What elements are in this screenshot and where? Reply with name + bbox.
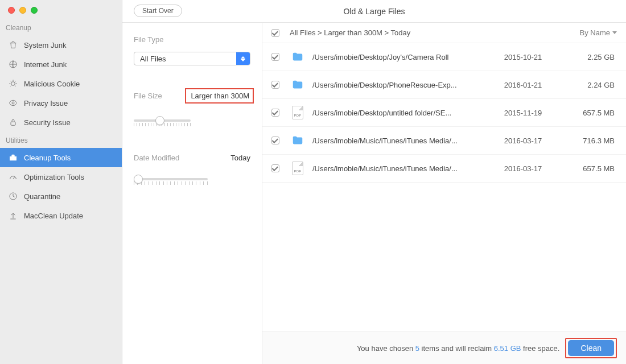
- sidebar-item-label: Quarantine: [24, 192, 60, 201]
- chevron-down-icon: [612, 31, 617, 34]
- file-size-value: Larger than 300M: [185, 88, 254, 104]
- pdf-icon: [290, 106, 306, 119]
- globe-icon: [8, 59, 18, 69]
- upload-icon: [8, 210, 18, 221]
- sidebar-item-label: Security Issue: [24, 118, 71, 127]
- gauge-icon: [8, 172, 18, 182]
- chevron-updown-icon: [236, 52, 250, 65]
- minimize-icon[interactable]: [19, 7, 26, 14]
- file-type-label: File Type: [134, 35, 250, 44]
- sidebar-item-label: Optimization Tools: [24, 173, 84, 181]
- sidebar-item-quarantine[interactable]: Quarantine: [0, 187, 122, 206]
- table-row[interactable]: /Users/imobie/Desktop/Joy's/Camera Roll2…: [262, 43, 626, 71]
- svg-point-2: [12, 102, 14, 104]
- file-rows: /Users/imobie/Desktop/Joy's/Camera Roll2…: [262, 43, 626, 332]
- file-path: /Users/imobie/Desktop/untitled folder/SE…: [312, 109, 486, 117]
- sidebar-item-malicious-cookie[interactable]: Malicious Cookie: [0, 74, 122, 93]
- footer-post: free space.: [521, 344, 559, 353]
- sidebar-item-label: Cleanup Tools: [24, 154, 71, 162]
- sidebar-item-internet-junk[interactable]: Internet Junk: [0, 55, 122, 74]
- row-checkbox[interactable]: [271, 109, 279, 117]
- sort-by-dropdown[interactable]: By Name: [580, 28, 617, 37]
- select-all-checkbox[interactable]: [271, 29, 279, 37]
- slider-thumb-icon[interactable]: [134, 175, 143, 184]
- date-modified-slider[interactable]: [134, 173, 208, 189]
- file-size: 2.25 GB: [560, 53, 617, 61]
- file-size: 716.3 MB: [560, 136, 617, 145]
- start-over-button[interactable]: Start Over: [134, 5, 182, 17]
- bug-icon: [8, 78, 18, 89]
- sidebar: Cleanup System Junk Internet Junk Malici…: [0, 0, 122, 364]
- table-row[interactable]: /Users/imobie/Desktop/PhoneRescue-Exp...…: [262, 71, 626, 99]
- svg-point-1: [11, 82, 15, 86]
- folder-icon: [290, 78, 306, 92]
- clean-button-highlight: Clean: [565, 338, 617, 358]
- table-row[interactable]: /Users/imobie/Desktop/untitled folder/SE…: [262, 99, 626, 127]
- file-date: 2015-10-21: [486, 53, 560, 61]
- date-modified-value: Today: [230, 154, 250, 162]
- toolbox-icon: [8, 152, 18, 163]
- footer-pre: You have chosen: [357, 344, 415, 353]
- table-row[interactable]: /Users/imobie/Music/iTunes/iTunes Media/…: [262, 127, 626, 155]
- content-area: File Type All Files File Size Larger tha…: [122, 23, 626, 364]
- file-list-panel: All Files > Larger than 300M > Today By …: [262, 23, 626, 364]
- trash-icon: [8, 40, 18, 50]
- file-path: /Users/imobie/Music/iTunes/iTunes Media/…: [312, 164, 486, 173]
- sidebar-item-privacy-issue[interactable]: Privacy Issue: [0, 93, 122, 113]
- sidebar-item-update[interactable]: MacClean Update: [0, 206, 122, 225]
- file-size-label: File Size: [134, 92, 162, 100]
- sidebar-item-label: MacClean Update: [24, 212, 83, 220]
- folder-icon: [290, 50, 306, 64]
- row-checkbox[interactable]: [271, 164, 279, 172]
- sidebar-section-cleanup: Cleanup: [0, 19, 122, 35]
- page-title: Old & Large Files: [343, 7, 405, 16]
- footer-mid: items and will reclaim: [419, 344, 494, 353]
- folder-icon: [290, 134, 306, 147]
- filter-panel: File Type All Files File Size Larger tha…: [122, 23, 262, 364]
- row-checkbox[interactable]: [271, 136, 279, 144]
- sidebar-item-label: Privacy Issue: [24, 99, 68, 107]
- file-size: 657.5 MB: [560, 164, 617, 173]
- file-type-select[interactable]: All Files: [134, 52, 250, 65]
- sidebar-item-optimization-tools[interactable]: Optimization Tools: [0, 167, 122, 187]
- sidebar-item-security-issue[interactable]: Security Issue: [0, 113, 122, 132]
- row-checkbox[interactable]: [271, 53, 279, 61]
- lock-icon: [8, 117, 18, 127]
- svg-rect-3: [11, 122, 15, 125]
- fullscreen-icon[interactable]: [31, 7, 38, 14]
- sidebar-section-utilities: Utilities: [0, 132, 122, 148]
- file-size: 2.24 GB: [560, 81, 617, 89]
- file-date: 2016-03-17: [486, 164, 560, 173]
- file-size-slider[interactable]: [134, 115, 191, 131]
- pdf-icon: [290, 162, 306, 175]
- footer-bar: You have chosen 5 items and will reclaim…: [262, 332, 626, 364]
- footer-summary: You have chosen 5 items and will reclaim…: [357, 344, 560, 353]
- quarantine-icon: [8, 191, 18, 201]
- close-icon[interactable]: [8, 7, 15, 14]
- sidebar-item-label: Malicious Cookie: [24, 80, 80, 88]
- app-window: Cleanup System Junk Internet Junk Malici…: [0, 0, 626, 364]
- sort-by-label: By Name: [580, 28, 610, 37]
- slider-thumb-icon[interactable]: [155, 116, 164, 125]
- list-header: All Files > Larger than 300M > Today By …: [262, 23, 626, 43]
- sidebar-item-system-junk[interactable]: System Junk: [0, 35, 122, 55]
- file-path: /Users/imobie/Desktop/PhoneRescue-Exp...: [312, 81, 486, 89]
- traffic-lights: [0, 0, 122, 19]
- file-path: /Users/imobie/Music/iTunes/iTunes Media/…: [312, 136, 486, 145]
- footer-space: 6.51 GB: [494, 344, 521, 353]
- row-checkbox[interactable]: [271, 81, 279, 89]
- clean-button[interactable]: Clean: [568, 340, 614, 356]
- sidebar-item-cleanup-tools[interactable]: Cleanup Tools: [0, 148, 122, 167]
- sidebar-item-label: System Junk: [24, 41, 66, 49]
- file-type-value: All Files: [140, 55, 166, 63]
- date-modified-label: Date Modified: [134, 154, 179, 162]
- file-size: 657.5 MB: [560, 109, 617, 117]
- file-date: 2016-01-21: [486, 81, 560, 89]
- table-row[interactable]: /Users/imobie/Music/iTunes/iTunes Media/…: [262, 155, 626, 183]
- sidebar-item-label: Internet Junk: [24, 60, 67, 69]
- file-date: 2015-11-19: [486, 109, 560, 117]
- footer-count: 5: [415, 344, 419, 353]
- eye-icon: [8, 98, 18, 108]
- main-panel: Start Over Old & Large Files File Type A…: [122, 0, 626, 364]
- file-path: /Users/imobie/Desktop/Joy's/Camera Roll: [312, 53, 486, 61]
